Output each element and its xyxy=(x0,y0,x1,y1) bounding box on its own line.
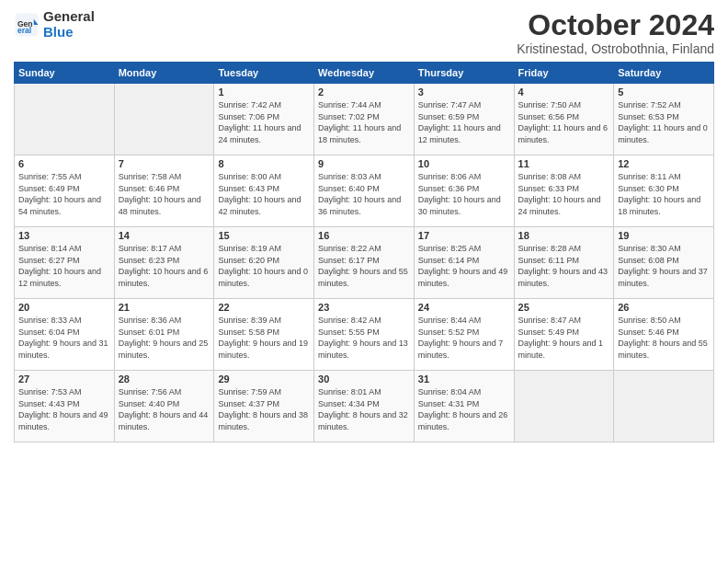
page-header: Gen eral General Blue October 2024 Krist… xyxy=(14,9,714,56)
sunrise-text: Sunrise: 8:44 AM xyxy=(418,315,510,327)
day-number: 23 xyxy=(318,302,410,313)
day-number: 8 xyxy=(218,158,310,169)
day-number: 28 xyxy=(119,373,210,385)
col-saturday: Saturday xyxy=(614,63,714,84)
logo-blue: Blue xyxy=(43,24,74,40)
calendar-cell: 30Sunrise: 8:01 AMSunset: 4:34 PMDayligh… xyxy=(314,371,415,442)
calendar-cell: 31Sunrise: 8:04 AMSunset: 4:31 PMDayligh… xyxy=(414,371,514,442)
sunrise-text: Sunrise: 8:39 AM xyxy=(218,315,310,327)
sunset-text: Sunset: 6:17 PM xyxy=(318,255,410,267)
sunrise-text: Sunrise: 8:00 AM xyxy=(218,171,310,183)
day-number: 12 xyxy=(618,158,710,169)
sunset-text: Sunset: 6:08 PM xyxy=(618,255,710,267)
calendar-header: Sunday Monday Tuesday Wednesday Thursday… xyxy=(15,63,714,84)
sunset-text: Sunset: 6:43 PM xyxy=(218,183,310,195)
daylight-text: Daylight: 9 hours and 49 minutes. xyxy=(418,266,510,289)
day-number: 3 xyxy=(418,86,510,98)
sunset-text: Sunset: 7:02 PM xyxy=(318,111,410,123)
calendar-week-5: 27Sunrise: 7:53 AMSunset: 4:43 PMDayligh… xyxy=(15,371,714,442)
calendar-cell: 4Sunrise: 7:50 AMSunset: 6:56 PMDaylight… xyxy=(514,84,614,155)
col-tuesday: Tuesday xyxy=(214,63,314,84)
day-number: 2 xyxy=(318,86,410,98)
day-number: 20 xyxy=(18,302,110,313)
sunset-text: Sunset: 6:40 PM xyxy=(318,183,410,195)
sunset-text: Sunset: 6:46 PM xyxy=(119,183,210,195)
day-number: 29 xyxy=(218,373,310,385)
day-detail: Sunrise: 8:33 AMSunset: 6:04 PMDaylight:… xyxy=(18,315,110,361)
calendar-cell: 10Sunrise: 8:06 AMSunset: 6:36 PMDayligh… xyxy=(414,155,514,227)
day-detail: Sunrise: 7:56 AMSunset: 4:40 PMDaylight:… xyxy=(119,386,210,432)
col-wednesday: Wednesday xyxy=(314,63,415,84)
sunrise-text: Sunrise: 8:47 AM xyxy=(518,315,610,327)
day-detail: Sunrise: 7:47 AMSunset: 6:59 PMDaylight:… xyxy=(418,99,510,145)
day-number: 19 xyxy=(618,230,710,241)
daylight-text: Daylight: 9 hours and 19 minutes. xyxy=(218,338,310,361)
day-detail: Sunrise: 8:06 AMSunset: 6:36 PMDaylight:… xyxy=(418,171,510,217)
col-monday: Monday xyxy=(114,63,214,84)
day-detail: Sunrise: 7:42 AMSunset: 7:06 PMDaylight:… xyxy=(218,99,310,145)
day-detail: Sunrise: 8:25 AMSunset: 6:14 PMDaylight:… xyxy=(418,243,510,289)
sunset-text: Sunset: 6:49 PM xyxy=(18,183,110,195)
day-number: 18 xyxy=(518,230,610,241)
sunrise-text: Sunrise: 8:28 AM xyxy=(518,243,610,255)
sunset-text: Sunset: 5:58 PM xyxy=(218,327,310,339)
day-number: 24 xyxy=(418,302,510,313)
day-detail: Sunrise: 8:01 AMSunset: 4:34 PMDaylight:… xyxy=(318,386,410,432)
col-sunday: Sunday xyxy=(15,63,115,84)
sunset-text: Sunset: 6:33 PM xyxy=(518,183,610,195)
calendar-cell: 19Sunrise: 8:30 AMSunset: 6:08 PMDayligh… xyxy=(614,227,714,299)
day-number: 11 xyxy=(518,158,610,169)
day-number: 15 xyxy=(218,230,310,241)
sunset-text: Sunset: 4:31 PM xyxy=(418,398,510,410)
calendar-cell: 9Sunrise: 8:03 AMSunset: 6:40 PMDaylight… xyxy=(314,155,415,227)
calendar-cell: 16Sunrise: 8:22 AMSunset: 6:17 PMDayligh… xyxy=(314,227,415,299)
daylight-text: Daylight: 10 hours and 6 minutes. xyxy=(119,266,210,289)
daylight-text: Daylight: 10 hours and 48 minutes. xyxy=(119,194,210,217)
daylight-text: Daylight: 8 hours and 38 minutes. xyxy=(218,409,310,432)
day-number: 17 xyxy=(418,230,510,241)
sunrise-text: Sunrise: 7:42 AM xyxy=(218,99,310,111)
sunset-text: Sunset: 4:37 PM xyxy=(218,398,310,410)
calendar-cell: 13Sunrise: 8:14 AMSunset: 6:27 PMDayligh… xyxy=(15,227,115,299)
day-number: 25 xyxy=(518,302,610,313)
daylight-text: Daylight: 8 hours and 26 minutes. xyxy=(418,409,510,432)
calendar-week-2: 6Sunrise: 7:55 AMSunset: 6:49 PMDaylight… xyxy=(15,155,714,227)
sunrise-text: Sunrise: 8:25 AM xyxy=(418,243,510,255)
daylight-text: Daylight: 10 hours and 36 minutes. xyxy=(318,194,410,217)
calendar-cell: 23Sunrise: 8:42 AMSunset: 5:55 PMDayligh… xyxy=(314,299,415,371)
sunset-text: Sunset: 6:27 PM xyxy=(18,255,110,267)
calendar-body: 1Sunrise: 7:42 AMSunset: 7:06 PMDaylight… xyxy=(15,84,714,442)
calendar-cell: 14Sunrise: 8:17 AMSunset: 6:23 PMDayligh… xyxy=(114,227,214,299)
sunset-text: Sunset: 4:34 PM xyxy=(318,398,410,410)
sunrise-text: Sunrise: 8:11 AM xyxy=(618,171,710,183)
day-number: 30 xyxy=(318,373,410,385)
day-detail: Sunrise: 7:53 AMSunset: 4:43 PMDaylight:… xyxy=(18,386,110,432)
sunrise-text: Sunrise: 8:06 AM xyxy=(418,171,510,183)
logo-icon: Gen eral xyxy=(14,12,40,38)
day-number: 5 xyxy=(618,86,710,98)
sunrise-text: Sunrise: 7:52 AM xyxy=(618,99,710,111)
calendar-cell: 20Sunrise: 8:33 AMSunset: 6:04 PMDayligh… xyxy=(15,299,115,371)
day-detail: Sunrise: 7:52 AMSunset: 6:53 PMDaylight:… xyxy=(618,99,710,145)
day-detail: Sunrise: 8:19 AMSunset: 6:20 PMDaylight:… xyxy=(218,243,310,289)
day-detail: Sunrise: 8:28 AMSunset: 6:11 PMDaylight:… xyxy=(518,243,610,289)
day-detail: Sunrise: 7:58 AMSunset: 6:46 PMDaylight:… xyxy=(119,171,210,217)
sunrise-text: Sunrise: 8:19 AM xyxy=(218,243,310,255)
sunrise-text: Sunrise: 7:53 AM xyxy=(18,386,110,398)
day-detail: Sunrise: 7:50 AMSunset: 6:56 PMDaylight:… xyxy=(518,99,610,145)
sunrise-text: Sunrise: 8:50 AM xyxy=(618,315,710,327)
daylight-text: Daylight: 9 hours and 43 minutes. xyxy=(518,266,610,289)
page-container: Gen eral General Blue October 2024 Krist… xyxy=(0,0,728,447)
day-number: 9 xyxy=(318,158,410,169)
calendar-cell: 22Sunrise: 8:39 AMSunset: 5:58 PMDayligh… xyxy=(214,299,314,371)
day-detail: Sunrise: 8:00 AMSunset: 6:43 PMDaylight:… xyxy=(218,171,310,217)
calendar-cell: 28Sunrise: 7:56 AMSunset: 4:40 PMDayligh… xyxy=(114,371,214,442)
svg-text:eral: eral xyxy=(17,26,31,35)
calendar-cell: 29Sunrise: 7:59 AMSunset: 4:37 PMDayligh… xyxy=(214,371,314,442)
day-number: 27 xyxy=(18,373,110,385)
day-detail: Sunrise: 8:50 AMSunset: 5:46 PMDaylight:… xyxy=(618,315,710,361)
calendar-cell xyxy=(514,371,614,442)
day-number: 14 xyxy=(119,230,210,241)
day-number: 22 xyxy=(218,302,310,313)
sunset-text: Sunset: 7:06 PM xyxy=(218,111,310,123)
